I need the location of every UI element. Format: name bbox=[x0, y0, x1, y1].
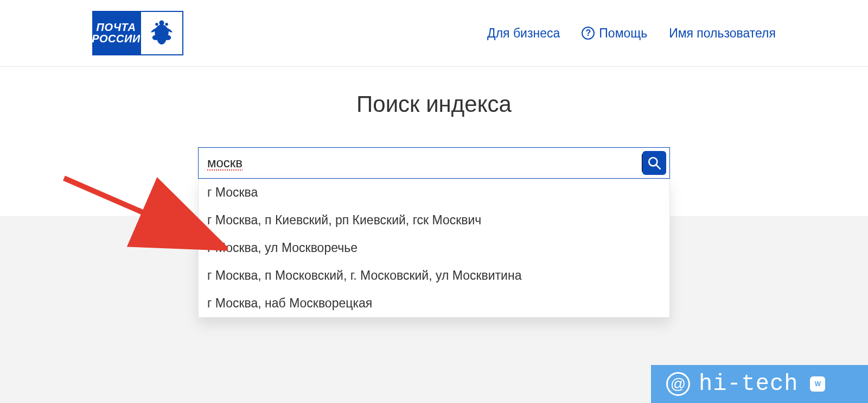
nav-help[interactable]: ? Помощь bbox=[582, 26, 647, 41]
svg-line-5 bbox=[656, 165, 660, 169]
main: Поиск индекса г Москва г Москва, п Киевс… bbox=[0, 91, 868, 318]
logo-eagle-icon bbox=[140, 11, 183, 55]
header: ПОЧТА РОССИИ Для бизнеса ? Помощь Имя по… bbox=[0, 0, 868, 67]
nav-username[interactable]: Имя пользователя bbox=[669, 26, 776, 41]
help-icon: ? bbox=[582, 27, 595, 40]
logo-line2: РОССИИ bbox=[92, 33, 141, 45]
suggestions-dropdown: г Москва г Москва, п Киевский, рп Киевск… bbox=[198, 179, 670, 318]
search: г Москва г Москва, п Киевский, рп Киевск… bbox=[198, 147, 670, 318]
search-input[interactable] bbox=[207, 155, 644, 171]
search-icon bbox=[647, 156, 661, 170]
logo[interactable]: ПОЧТА РОССИИ bbox=[92, 11, 183, 55]
hitech-badge[interactable]: @ hi-tech W bbox=[651, 365, 868, 403]
search-button[interactable] bbox=[642, 151, 666, 175]
at-icon: @ bbox=[666, 372, 690, 396]
nav: Для бизнеса ? Помощь Имя пользователя bbox=[487, 26, 776, 41]
suggestion-item[interactable]: г Москва bbox=[199, 179, 669, 206]
suggestion-item[interactable]: г Москва, наб Москворецкая bbox=[199, 289, 669, 317]
logo-line1: ПОЧТА bbox=[97, 22, 136, 33]
svg-point-1 bbox=[165, 23, 168, 26]
suggestion-item[interactable]: г Москва, п Киевский, рп Киевский, гск М… bbox=[199, 206, 669, 234]
nav-help-label: Помощь bbox=[599, 26, 647, 41]
page-title: Поиск индекса bbox=[0, 91, 868, 117]
logo-text: ПОЧТА РОССИИ bbox=[92, 11, 140, 55]
nav-business[interactable]: Для бизнеса bbox=[487, 26, 560, 41]
svg-point-0 bbox=[155, 23, 158, 26]
hitech-text: hi-tech bbox=[699, 371, 798, 397]
suggestion-item[interactable]: г Москва, п Московский, г. Московский, у… bbox=[199, 262, 669, 289]
search-box bbox=[198, 147, 670, 179]
suggestion-item[interactable]: г Москва, ул Москворечье bbox=[199, 234, 669, 262]
vk-icon: W bbox=[810, 376, 825, 392]
